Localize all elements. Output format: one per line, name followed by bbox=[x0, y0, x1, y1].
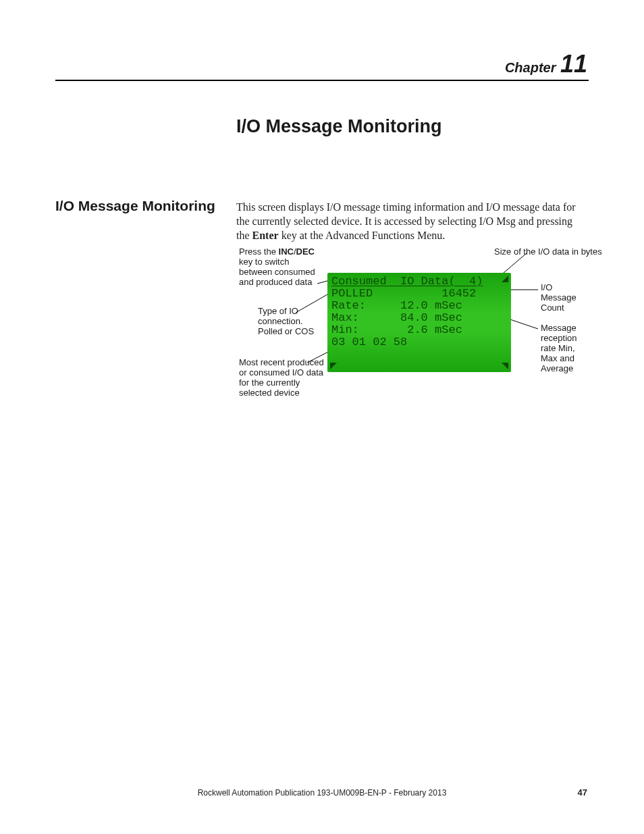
section-heading: I/O Message Monitoring bbox=[55, 198, 215, 214]
body-text-2: key at the Advanced Functions Menu. bbox=[279, 230, 446, 241]
lcd-line-6: 03 01 02 58 bbox=[331, 336, 507, 348]
callout-mid-left: Type of IO connection. Polled or COS bbox=[258, 306, 325, 336]
callout-right-upper-text: I/O Message Count bbox=[541, 282, 576, 313]
callout-right-lower: Message reception rate Min, Max and Aver… bbox=[541, 323, 589, 373]
scroll-up-icon bbox=[502, 276, 508, 282]
callout-bottom-left-text: Most recent produced or consumed I/O dat… bbox=[239, 357, 324, 398]
body-enter-key: Enter bbox=[252, 230, 279, 241]
lcd-line-1: Consumed IO Data( 4) bbox=[331, 276, 507, 288]
callout-top-left: Press the INC/DEC key to switch between … bbox=[239, 246, 320, 287]
chapter-number: 11 bbox=[560, 50, 587, 78]
header-rule bbox=[55, 80, 589, 81]
chapter-label: Chapter bbox=[505, 60, 556, 75]
diagram: Consumed IO Data( 4) POLLED 16452 Rate: … bbox=[236, 246, 589, 392]
callout-right-upper: I/O Message Count bbox=[541, 282, 588, 313]
chapter-header: Chapter 11 bbox=[505, 50, 587, 78]
lcd-line-4: Max: 84.0 mSec bbox=[331, 312, 507, 324]
scroll-down-icon bbox=[502, 363, 508, 369]
scroll-left-icon bbox=[330, 363, 337, 369]
callout-top-left-pre: Press the bbox=[239, 246, 279, 257]
callout-inc: INC bbox=[279, 246, 294, 257]
callout-bottom-left: Most recent produced or consumed I/O dat… bbox=[239, 357, 327, 398]
footer-publication: Rockwell Automation Publication 193-UM00… bbox=[0, 788, 644, 798]
body-paragraph: This screen displays I/O message timing … bbox=[236, 201, 587, 242]
lcd-line-5: Min: 2.6 mSec bbox=[331, 324, 507, 336]
callout-top-left-post: key to switch between consumed and produ… bbox=[239, 257, 315, 287]
callout-right-lower-text: Message reception rate Min, Max and Aver… bbox=[541, 323, 576, 373]
lcd-screen: Consumed IO Data( 4) POLLED 16452 Rate: … bbox=[327, 273, 511, 372]
lcd-line-3: Rate: 12.0 mSec bbox=[331, 300, 507, 312]
callout-top-right-text: Size of the I/O data in bytes bbox=[494, 246, 602, 257]
lcd-line-2: POLLED 16452 bbox=[331, 288, 507, 300]
callout-mid-left-text: Type of IO connection. Polled or COS bbox=[258, 306, 314, 336]
callout-top-right: Size of the I/O data in bytes bbox=[494, 246, 602, 257]
page-number: 47 bbox=[578, 787, 587, 798]
page-title: I/O Message Monitoring bbox=[236, 116, 442, 137]
callout-dec: DEC bbox=[296, 246, 315, 257]
